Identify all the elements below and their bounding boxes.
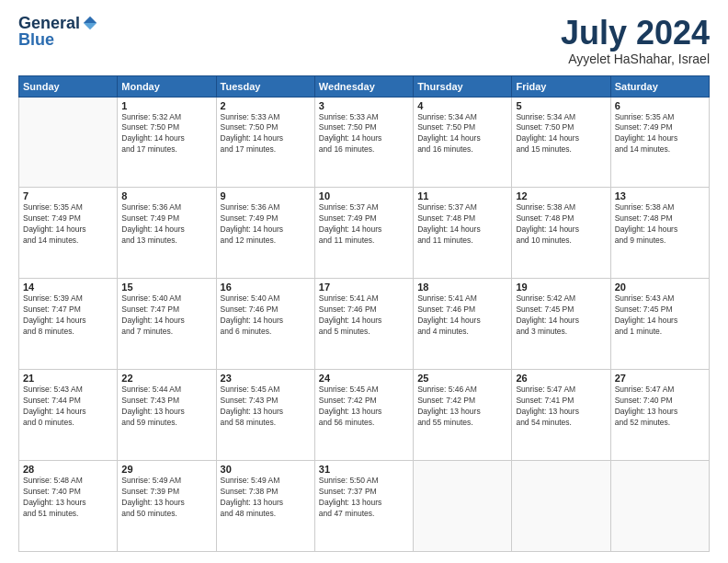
calendar-week-row: 1Sunrise: 5:32 AM Sunset: 7:50 PM Daylig… <box>19 97 710 188</box>
calendar-cell: 6Sunrise: 5:35 AM Sunset: 7:49 PM Daylig… <box>610 97 709 188</box>
day-info: Sunrise: 5:49 AM Sunset: 7:38 PM Dayligh… <box>221 476 311 520</box>
day-info: Sunrise: 5:47 AM Sunset: 7:41 PM Dayligh… <box>516 385 606 429</box>
col-header-friday: Friday <box>512 75 610 97</box>
calendar-cell: 4Sunrise: 5:34 AM Sunset: 7:50 PM Daylig… <box>414 97 512 188</box>
day-number: 28 <box>23 464 113 475</box>
location-subtitle: Ayyelet HaShahar, Israel <box>561 52 710 66</box>
day-number: 15 <box>121 282 211 293</box>
calendar-cell <box>414 461 512 552</box>
col-header-tuesday: Tuesday <box>216 75 314 97</box>
calendar-cell: 11Sunrise: 5:37 AM Sunset: 7:48 PM Dayli… <box>414 188 512 279</box>
calendar-cell: 3Sunrise: 5:33 AM Sunset: 7:50 PM Daylig… <box>314 97 413 188</box>
day-info: Sunrise: 5:35 AM Sunset: 7:49 PM Dayligh… <box>23 202 113 247</box>
calendar-cell: 23Sunrise: 5:45 AM Sunset: 7:43 PM Dayli… <box>216 370 314 461</box>
day-info: Sunrise: 5:33 AM Sunset: 7:50 PM Dayligh… <box>221 112 311 156</box>
calendar-cell: 12Sunrise: 5:38 AM Sunset: 7:48 PM Dayli… <box>512 188 610 279</box>
calendar-cell: 27Sunrise: 5:47 AM Sunset: 7:40 PM Dayli… <box>610 370 709 461</box>
day-info: Sunrise: 5:41 AM Sunset: 7:46 PM Dayligh… <box>319 293 409 338</box>
day-number: 13 <box>615 190 705 201</box>
day-info: Sunrise: 5:36 AM Sunset: 7:49 PM Dayligh… <box>221 202 311 247</box>
col-header-saturday: Saturday <box>610 75 709 97</box>
day-number: 25 <box>417 373 507 384</box>
day-info: Sunrise: 5:32 AM Sunset: 7:50 PM Dayligh… <box>121 112 211 156</box>
calendar-cell: 7Sunrise: 5:35 AM Sunset: 7:49 PM Daylig… <box>19 188 118 279</box>
calendar-cell: 30Sunrise: 5:49 AM Sunset: 7:38 PM Dayli… <box>216 461 314 552</box>
day-number: 9 <box>221 190 311 201</box>
day-number: 22 <box>121 373 211 384</box>
day-info: Sunrise: 5:42 AM Sunset: 7:45 PM Dayligh… <box>516 293 606 338</box>
calendar-cell <box>19 97 118 188</box>
day-info: Sunrise: 5:37 AM Sunset: 7:49 PM Dayligh… <box>319 202 409 247</box>
day-info: Sunrise: 5:41 AM Sunset: 7:46 PM Dayligh… <box>417 293 507 338</box>
col-header-wednesday: Wednesday <box>314 75 413 97</box>
calendar-cell: 16Sunrise: 5:40 AM Sunset: 7:46 PM Dayli… <box>216 279 314 370</box>
calendar-week-row: 14Sunrise: 5:39 AM Sunset: 7:47 PM Dayli… <box>19 279 710 370</box>
day-number: 10 <box>319 190 409 201</box>
day-number: 7 <box>23 190 113 201</box>
calendar-cell: 21Sunrise: 5:43 AM Sunset: 7:44 PM Dayli… <box>19 370 118 461</box>
day-info: Sunrise: 5:40 AM Sunset: 7:46 PM Dayligh… <box>221 293 311 338</box>
day-info: Sunrise: 5:36 AM Sunset: 7:49 PM Dayligh… <box>121 202 211 247</box>
day-number: 31 <box>319 464 409 475</box>
calendar-table: SundayMondayTuesdayWednesdayThursdayFrid… <box>18 75 710 552</box>
logo-blue: Blue <box>18 31 54 48</box>
col-header-sunday: Sunday <box>19 75 118 97</box>
calendar-cell: 22Sunrise: 5:44 AM Sunset: 7:43 PM Dayli… <box>118 370 216 461</box>
day-info: Sunrise: 5:49 AM Sunset: 7:39 PM Dayligh… <box>121 476 211 520</box>
day-number: 20 <box>615 282 705 293</box>
calendar-cell: 17Sunrise: 5:41 AM Sunset: 7:46 PM Dayli… <box>314 279 413 370</box>
header: General Blue July 2024 Ayyelet HaShahar,… <box>18 15 710 66</box>
day-info: Sunrise: 5:45 AM Sunset: 7:43 PM Dayligh… <box>221 385 311 429</box>
svg-marker-0 <box>84 17 97 23</box>
calendar-cell: 20Sunrise: 5:43 AM Sunset: 7:45 PM Dayli… <box>610 279 709 370</box>
calendar-cell: 26Sunrise: 5:47 AM Sunset: 7:41 PM Dayli… <box>512 370 610 461</box>
day-info: Sunrise: 5:38 AM Sunset: 7:48 PM Dayligh… <box>516 202 606 247</box>
day-number: 11 <box>417 190 507 201</box>
day-info: Sunrise: 5:50 AM Sunset: 7:37 PM Dayligh… <box>319 476 409 520</box>
logo: General Blue <box>18 15 98 48</box>
day-info: Sunrise: 5:47 AM Sunset: 7:40 PM Dayligh… <box>615 385 705 429</box>
day-number: 19 <box>516 282 606 293</box>
calendar-cell: 10Sunrise: 5:37 AM Sunset: 7:49 PM Dayli… <box>314 188 413 279</box>
calendar-cell: 14Sunrise: 5:39 AM Sunset: 7:47 PM Dayli… <box>19 279 118 370</box>
calendar-cell: 5Sunrise: 5:34 AM Sunset: 7:50 PM Daylig… <box>512 97 610 188</box>
day-info: Sunrise: 5:40 AM Sunset: 7:47 PM Dayligh… <box>121 293 211 338</box>
calendar-cell: 1Sunrise: 5:32 AM Sunset: 7:50 PM Daylig… <box>118 97 216 188</box>
calendar-cell: 18Sunrise: 5:41 AM Sunset: 7:46 PM Dayli… <box>414 279 512 370</box>
day-info: Sunrise: 5:37 AM Sunset: 7:48 PM Dayligh… <box>417 202 507 247</box>
day-number: 3 <box>319 100 409 111</box>
day-info: Sunrise: 5:45 AM Sunset: 7:42 PM Dayligh… <box>319 385 409 429</box>
day-number: 1 <box>121 100 211 111</box>
day-info: Sunrise: 5:33 AM Sunset: 7:50 PM Dayligh… <box>319 112 409 156</box>
day-number: 14 <box>23 282 113 293</box>
day-info: Sunrise: 5:39 AM Sunset: 7:47 PM Dayligh… <box>23 293 113 338</box>
svg-marker-1 <box>84 23 97 29</box>
day-number: 2 <box>221 100 311 111</box>
calendar-cell: 9Sunrise: 5:36 AM Sunset: 7:49 PM Daylig… <box>216 188 314 279</box>
calendar-cell: 24Sunrise: 5:45 AM Sunset: 7:42 PM Dayli… <box>314 370 413 461</box>
day-number: 18 <box>417 282 507 293</box>
day-number: 17 <box>319 282 409 293</box>
calendar-cell: 29Sunrise: 5:49 AM Sunset: 7:39 PM Dayli… <box>118 461 216 552</box>
calendar-cell: 28Sunrise: 5:48 AM Sunset: 7:40 PM Dayli… <box>19 461 118 552</box>
calendar-cell: 31Sunrise: 5:50 AM Sunset: 7:37 PM Dayli… <box>314 461 413 552</box>
day-number: 30 <box>221 464 311 475</box>
calendar-cell: 19Sunrise: 5:42 AM Sunset: 7:45 PM Dayli… <box>512 279 610 370</box>
day-number: 16 <box>221 282 311 293</box>
col-header-monday: Monday <box>118 75 216 97</box>
header-right: July 2024 Ayyelet HaShahar, Israel <box>561 15 710 66</box>
calendar-cell: 8Sunrise: 5:36 AM Sunset: 7:49 PM Daylig… <box>118 188 216 279</box>
page: General Blue July 2024 Ayyelet HaShahar,… <box>0 0 728 563</box>
day-number: 4 <box>417 100 507 111</box>
day-info: Sunrise: 5:35 AM Sunset: 7:49 PM Dayligh… <box>615 112 705 156</box>
calendar-cell: 2Sunrise: 5:33 AM Sunset: 7:50 PM Daylig… <box>216 97 314 188</box>
day-number: 12 <box>516 190 606 201</box>
logo-general: General <box>18 15 80 31</box>
day-info: Sunrise: 5:43 AM Sunset: 7:45 PM Dayligh… <box>615 293 705 338</box>
day-info: Sunrise: 5:44 AM Sunset: 7:43 PM Dayligh… <box>121 385 211 429</box>
month-year-title: July 2024 <box>561 15 710 52</box>
day-number: 23 <box>221 373 311 384</box>
day-number: 24 <box>319 373 409 384</box>
calendar-week-row: 28Sunrise: 5:48 AM Sunset: 7:40 PM Dayli… <box>19 461 710 552</box>
calendar-header-row: SundayMondayTuesdayWednesdayThursdayFrid… <box>19 75 710 97</box>
